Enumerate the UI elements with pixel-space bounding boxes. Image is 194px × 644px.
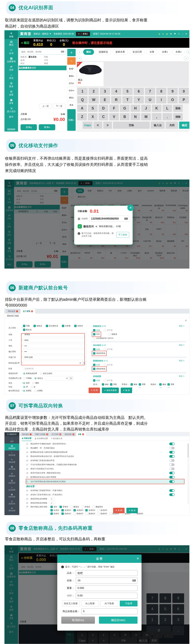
sidebar-item[interactable]: ⌂零售管理 — [5, 450, 19, 457]
window-tab[interactable]: 美团门店类建✕ — [34, 432, 50, 436]
toggle[interactable] — [169, 494, 174, 496]
round-amount-input[interactable]: 0 — [81, 608, 138, 614]
select-none[interactable]: ✓全不选 — [104, 379, 113, 382]
window-tab[interactable]: 设置✕ — [76, 432, 86, 436]
keyboard-icon[interactable]: ⌨ — [124, 217, 128, 220]
action-button[interactable]: − — [67, 57, 76, 65]
charge-input[interactable]: 0 — [46, 376, 69, 380]
scope-checkbox[interactable]: ✓批发价 — [50, 512, 59, 515]
category-tab[interactable]: 水果 — [146, 49, 157, 55]
scope-checkbox[interactable]: ✓会员价2 — [61, 509, 71, 512]
close-icon[interactable]: ✕ — [185, 319, 187, 322]
radio-role-discount[interactable]: 取角色折扣率 — [23, 372, 37, 375]
action-button[interactable]: 更多 — [67, 102, 76, 108]
key[interactable]: P — [179, 96, 189, 103]
sidebar-item[interactable]: ⇄连锁配送 — [5, 471, 19, 478]
key[interactable]: G — [120, 105, 130, 112]
scope-checkbox[interactable]: ✓最低售价 — [92, 506, 103, 508]
sidebar-item[interactable]: ☺会员 — [5, 48, 18, 56]
sidebar-item[interactable]: ▥批发管理 — [5, 478, 19, 485]
key[interactable]: Z — [77, 113, 87, 120]
modify-checkbox[interactable]: ✓修改 — [102, 383, 109, 386]
next-page-button[interactable]: 下一页 — [53, 104, 65, 109]
key[interactable]: ， — [152, 113, 161, 120]
close-icon[interactable]: ✕ — [136, 557, 139, 560]
radio-bound[interactable]: 已绑定 — [34, 390, 43, 392]
key[interactable]: 1 — [77, 88, 87, 95]
key[interactable]: 2 — [88, 88, 99, 95]
key[interactable]: < — [93, 122, 102, 129]
rounding-option-button[interactable]: 向上取整 — [81, 600, 99, 606]
tab-close-icon[interactable]: ✕ — [82, 433, 84, 435]
radio-male[interactable]: 男 — [23, 386, 28, 388]
allow-all-pos-checkbox[interactable]: ✓允许登陆所有门店POS — [93, 337, 113, 340]
window-tab[interactable]: 我的桌面 — [6, 309, 20, 314]
rounding-option-button[interactable]: 向下取整 — [101, 600, 118, 606]
sidebar-item[interactable]: ⌂微商城 — [5, 513, 19, 515]
scope-checkbox[interactable]: ✓外送价 — [81, 506, 90, 508]
sidebar-item[interactable]: ✎采购管理 — [5, 457, 19, 464]
sidebar-item[interactable]: ▦交易查询 — [5, 56, 18, 64]
key[interactable]: T — [122, 96, 133, 103]
scope-checkbox[interactable]: ✓配送价 — [70, 506, 79, 508]
key[interactable]: X — [88, 113, 98, 120]
key[interactable]: U — [145, 96, 155, 103]
status-icon[interactable]: ✕ — [185, 32, 187, 35]
view-checkbox[interactable]: ✓查看 — [110, 383, 117, 386]
key[interactable]: E — [100, 96, 110, 103]
key[interactable]: R — [111, 96, 121, 103]
product-card[interactable]: 促 黑豆 ¥5 — [77, 62, 104, 86]
subtabs-left-arrow[interactable]: ‹ — [77, 56, 82, 60]
role-checkbox[interactable]: ✓店长 — [93, 333, 100, 336]
toggle[interactable] — [169, 447, 174, 449]
key[interactable]: C — [99, 113, 108, 120]
member-price-select[interactable]: 4⌄ — [50, 498, 55, 500]
checkbox[interactable]: ✓配送员 — [23, 328, 32, 331]
text-input[interactable]: ••••▾ — [23, 344, 86, 348]
pay-code-input[interactable] — [91, 217, 124, 220]
key[interactable]: W — [88, 96, 99, 103]
status-icon[interactable]: ⚑ — [174, 32, 176, 35]
status-icon[interactable]: ∿ — [162, 32, 164, 35]
toggle[interactable] — [169, 468, 174, 470]
key[interactable]: O — [167, 96, 178, 103]
duty-select[interactable]: 请选择职务⌄ — [23, 366, 86, 371]
radio-female[interactable]: 女 — [31, 386, 36, 388]
pay-code-field[interactable]: ⌨ — [89, 216, 129, 222]
rounding-option-button[interactable]: 不处理 — [120, 600, 138, 606]
text-input[interactable]: 0000-总部▾ — [23, 355, 86, 360]
checkbox[interactable]: ✓导购 — [23, 324, 30, 327]
rate-input[interactable]: 0 — [23, 361, 82, 365]
scope-checkbox[interactable]: ✓会员价4 — [85, 509, 95, 512]
select-all[interactable]: ✓全选 — [93, 348, 100, 351]
key[interactable]: Caps — [82, 122, 92, 129]
select-none[interactable]: ✓全不选 — [104, 348, 113, 351]
tab-close-icon[interactable] — [16, 310, 18, 312]
sidebar-item[interactable]: ▣结算管理 — [5, 492, 19, 499]
toggle[interactable] — [169, 489, 174, 492]
scope-checkbox[interactable]: ✓批发价2 — [61, 512, 71, 515]
key[interactable]: Q — [77, 96, 87, 103]
sidebar-item[interactable]: ◫决策分析 — [5, 499, 19, 506]
settings-subtab[interactable]: ▣ 档案设置 — [22, 436, 32, 441]
text-input[interactable]: ••••▾ — [23, 350, 86, 354]
key[interactable]: ． — [162, 113, 172, 120]
view-checkbox[interactable]: ✓查看 — [167, 383, 174, 386]
field-input[interactable]: 0.000⌨ — [76, 585, 138, 591]
key[interactable]: H — [131, 105, 140, 112]
toggle[interactable] — [169, 480, 174, 483]
key[interactable]: S — [88, 105, 98, 112]
key[interactable]: N — [131, 113, 140, 120]
category-tab[interactable]: 水果2 — [172, 49, 184, 55]
tab-close-icon[interactable]: ✕ — [59, 433, 61, 435]
action-button[interactable]: 数量* — [67, 66, 76, 72]
collapse-link[interactable]: 收起 ∧ — [177, 375, 184, 378]
sidebar-item[interactable]: ▤档案管理 — [5, 444, 19, 450]
category-tab[interactable]: 浪漫鲜花 — [95, 49, 111, 55]
key[interactable]: A — [77, 105, 87, 112]
view-checkbox[interactable]: ✓查看 — [167, 387, 174, 388]
select-all[interactable]: ✓全选 — [93, 364, 100, 366]
toggle[interactable] — [169, 463, 174, 466]
sidebar-item[interactable]: ☺会员管理 — [5, 485, 19, 492]
cancel-button[interactable]: 取消(Esc) — [61, 616, 95, 624]
